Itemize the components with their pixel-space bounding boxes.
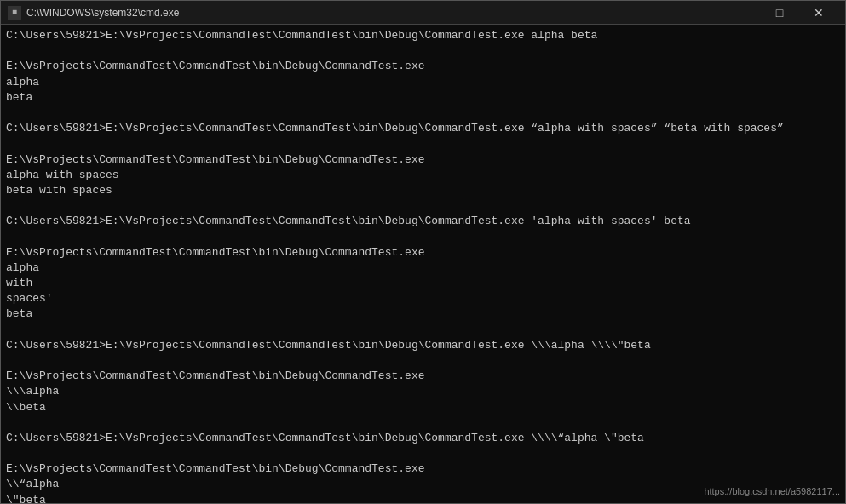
console-line: E:\VsProjects\CommandTest\CommandTest\bi… bbox=[6, 59, 840, 74]
cmd-window: ■ C:\WINDOWS\system32\cmd.exe – □ ✕ C:\U… bbox=[0, 0, 846, 504]
title-bar: ■ C:\WINDOWS\system32\cmd.exe – □ ✕ bbox=[1, 1, 845, 25]
console-line: C:\Users\59821>E:\VsProjects\CommandTest… bbox=[6, 121, 840, 136]
console-line: with bbox=[6, 276, 840, 291]
console-line: alpha bbox=[6, 75, 840, 90]
console-line: E:\VsProjects\CommandTest\CommandTest\bi… bbox=[6, 461, 840, 477]
console-output[interactable]: C:\Users\59821>E:\VsProjects\CommandTest… bbox=[1, 25, 845, 503]
console-line: E:\VsProjects\CommandTest\CommandTest\bi… bbox=[6, 369, 840, 384]
console-line bbox=[6, 229, 840, 244]
console-line bbox=[6, 446, 840, 461]
console-line: spaces' bbox=[6, 291, 840, 306]
console-line bbox=[6, 353, 840, 369]
maximize-button[interactable]: □ bbox=[760, 1, 799, 25]
console-line: \\beta bbox=[6, 400, 840, 415]
console-line: alpha bbox=[6, 261, 840, 276]
console-line bbox=[6, 136, 840, 152]
console-line: beta bbox=[6, 306, 840, 322]
console-line: C:\Users\59821>E:\VsProjects\CommandTest… bbox=[6, 338, 840, 353]
console-line: C:\Users\59821>E:\VsProjects\CommandTest… bbox=[6, 431, 840, 446]
console-line: C:\Users\59821>E:\VsProjects\CommandTest… bbox=[6, 214, 840, 229]
console-line: E:\VsProjects\CommandTest\CommandTest\bi… bbox=[6, 152, 840, 168]
console-line bbox=[6, 323, 840, 338]
window-controls: – □ ✕ bbox=[721, 1, 838, 25]
close-button[interactable]: ✕ bbox=[799, 1, 838, 25]
console-line bbox=[6, 106, 840, 121]
minimize-button[interactable]: – bbox=[721, 1, 760, 25]
console-line: C:\Users\59821>E:\VsProjects\CommandTest… bbox=[6, 28, 840, 43]
console-line: beta with spaces bbox=[6, 183, 840, 198]
console-line: \\\alpha bbox=[6, 384, 840, 399]
watermark: https://blog.csdn.net/a5982117... bbox=[704, 485, 840, 498]
window-title: C:\WINDOWS\system32\cmd.exe bbox=[26, 7, 179, 19]
console-line bbox=[6, 415, 840, 431]
console-line bbox=[6, 43, 840, 59]
console-line: E:\VsProjects\CommandTest\CommandTest\bi… bbox=[6, 245, 840, 261]
console-line bbox=[6, 198, 840, 214]
console-lines: C:\Users\59821>E:\VsProjects\CommandTest… bbox=[6, 28, 840, 503]
console-line: beta bbox=[6, 90, 840, 106]
cmd-icon: ■ bbox=[8, 6, 21, 20]
title-bar-left: ■ C:\WINDOWS\system32\cmd.exe bbox=[8, 6, 179, 20]
console-line: alpha with spaces bbox=[6, 168, 840, 183]
